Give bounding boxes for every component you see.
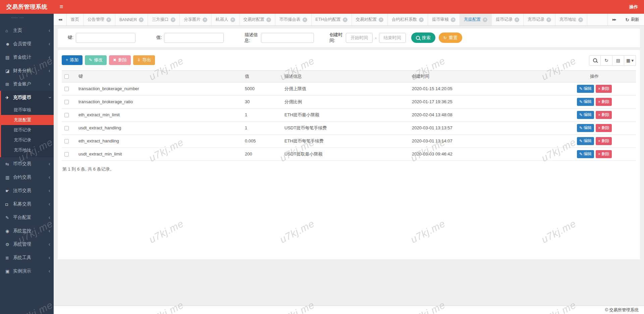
tab-withdraw-records[interactable]: 提币记录× (492, 14, 524, 25)
add-button[interactable]: +添加 (62, 55, 83, 65)
tab-close-icon[interactable]: × (578, 17, 583, 22)
chevron-left-icon: ‹ (49, 242, 50, 247)
sidebar-subitem-deposit-address[interactable]: 充币地址 (1, 145, 54, 155)
row-edit-button[interactable]: ✎编辑 (577, 124, 594, 132)
sidebar-item-label: 系统工具 (13, 255, 49, 261)
sidebar-item-system-tools[interactable]: ≣系统工具‹ (0, 251, 54, 264)
sidebar-subitem-withdraw-audit[interactable]: 提币审核 (1, 105, 54, 115)
row-checkbox[interactable] (64, 152, 69, 156)
reset-button[interactable]: ↻ 重置 (439, 33, 462, 43)
sidebar-item-private-trade[interactable]: ◘私募交易‹ (0, 197, 54, 211)
sidebar-item-system-manage[interactable]: ⚙系统管理‹ (0, 238, 54, 251)
row-checkbox[interactable] (64, 87, 69, 91)
row-checkbox[interactable] (64, 139, 69, 143)
tab-close-icon[interactable]: × (546, 17, 551, 22)
value-input[interactable] (164, 33, 224, 43)
tabs-scroll-left-button[interactable]: ◀◀ (54, 14, 67, 25)
tab-withdraw-audit[interactable]: 提币审核× (428, 14, 460, 25)
tab-close-icon[interactable]: × (303, 17, 307, 22)
sidebar-item-system-monitor[interactable]: ◉系统监控‹ (0, 224, 54, 238)
tab-close-icon[interactable]: × (515, 17, 519, 22)
sidebar-item-platform-config[interactable]: ✎平台配置‹ (0, 211, 54, 224)
tab-close-icon[interactable]: × (266, 17, 271, 22)
sidebar-item-coin-trade[interactable]: ⇆币币交易‹ (0, 157, 54, 171)
sidebar-item-finance-analysis[interactable]: ◪财务分析‹ (0, 64, 54, 77)
tab-leverage-factor[interactable]: 合约杠杆系数× (388, 14, 428, 25)
tab-close-icon[interactable]: × (139, 17, 144, 22)
tab-close-icon[interactable]: × (203, 17, 207, 22)
delete-button[interactable]: ✖删除 (109, 55, 131, 65)
tab-close-icon[interactable]: × (343, 17, 347, 22)
row-checkbox[interactable] (64, 100, 69, 104)
tab-deposit-address[interactable]: 充币地址× (555, 14, 587, 25)
row-delete-button[interactable]: ×删除 (596, 111, 612, 119)
description-input[interactable] (261, 33, 314, 43)
tabs-scroll-right-button[interactable]: ▶▶ (607, 14, 621, 25)
tab-notice-mgmt[interactable]: 公告管理× (84, 14, 115, 25)
sidebar-item-members[interactable]: ☻会员管理‹ (0, 37, 54, 51)
tab-label: 提币记录 (496, 17, 513, 22)
sidebar-item-fiat-trade[interactable]: ☛法币交易‹ (0, 184, 54, 197)
end-time-input[interactable] (379, 33, 406, 43)
tab-label: 三方接口 (152, 17, 169, 22)
tab-share-image[interactable]: 分享图片× (180, 14, 212, 25)
tab-close-icon[interactable]: × (230, 17, 235, 22)
tab-close-icon[interactable]: × (483, 17, 487, 22)
row-checkbox[interactable] (64, 113, 69, 117)
sidebar-item-home[interactable]: ⌂主页‹ (0, 24, 54, 37)
column-header-value[interactable]: 值 (242, 70, 282, 82)
column-header-key[interactable]: 键 (76, 70, 242, 82)
hamburger-menu-button[interactable]: ≡ (54, 0, 69, 14)
tab-close-icon[interactable]: × (106, 17, 111, 22)
tab-trade-pair-config-2[interactable]: 交易对配置× (352, 14, 388, 25)
tab-label: 充提配置 (464, 17, 481, 22)
table-detail-view-button[interactable]: ▤ (612, 55, 624, 66)
tab-close-icon[interactable]: × (171, 17, 175, 22)
table-refresh-button[interactable]: ↻ (601, 55, 612, 66)
row-edit-button[interactable]: ✎编辑 (577, 98, 594, 106)
modify-button[interactable]: ✎修改 (85, 55, 107, 65)
sidebar-subitem-deposit-withdraw-config[interactable]: 充提配置 (0, 115, 54, 125)
refresh-tab-button[interactable]: ↻ 刷新 (621, 14, 644, 25)
row-edit-button[interactable]: ✎编辑 (577, 137, 594, 145)
row-delete-button[interactable]: ×删除 (596, 98, 612, 106)
sidebar-subitem-withdraw-records[interactable]: 提币记录 (1, 125, 54, 135)
row-edit-button[interactable]: ✎编辑 (577, 150, 594, 158)
tab-banner[interactable]: BANNER× (115, 14, 148, 25)
tab-robot[interactable]: 机器人× (212, 14, 239, 25)
select-all-checkbox[interactable] (64, 74, 69, 79)
export-button[interactable]: ⇩导出 (133, 55, 155, 65)
sidebar-item-contract-trade[interactable]: ▥合约交易‹ (0, 171, 54, 184)
table-columns-button[interactable]: ▦▾ (624, 55, 636, 66)
table-search-toggle-button[interactable] (589, 55, 601, 66)
row-delete-button[interactable]: ×删除 (596, 137, 612, 145)
tab-close-icon[interactable]: × (379, 17, 383, 22)
tab-coin-match-table[interactable]: 币币撮合表× (275, 14, 312, 25)
sidebar-item-funds-stats[interactable]: ▤资金统计‹ (0, 51, 54, 64)
sidebar-item-funds-account[interactable]: ⊞资金账户‹ (0, 77, 54, 91)
column-header-create-time[interactable]: 创建时间 (409, 70, 553, 82)
row-delete-button[interactable]: ×删除 (596, 124, 612, 132)
row-edit-button[interactable]: ✎编辑 (577, 111, 594, 119)
sidebar-subitem-deposit-records[interactable]: 充币记录 (1, 135, 54, 145)
start-time-input[interactable] (346, 33, 373, 43)
header-action-button[interactable]: 操作 (623, 0, 644, 14)
tab-deposit-withdraw-config[interactable]: 充提配置× (460, 14, 492, 25)
tab-eth-contract-config[interactable]: ETH合约配置× (312, 14, 352, 25)
key-input[interactable] (76, 33, 136, 43)
row-edit-button[interactable]: ✎编辑 (577, 85, 594, 93)
tab-home[interactable]: 首页 (67, 14, 84, 25)
row-delete-button[interactable]: ×删除 (596, 85, 612, 93)
tab-deposit-records[interactable]: 充币记录× (524, 14, 555, 25)
search-button[interactable]: 搜索 (411, 33, 435, 43)
tab-close-icon[interactable]: × (451, 17, 455, 22)
tab-third-party[interactable]: 三方接口× (148, 14, 180, 25)
row-delete-button[interactable]: ×删除 (596, 150, 612, 158)
dots-decoration (11, 17, 17, 18)
sidebar-item-demo[interactable]: ▣实例演示‹ (0, 264, 54, 278)
column-header-description[interactable]: 描述信息 (282, 70, 409, 82)
sidebar-item-deposit-withdraw[interactable]: ✈充币提币‹ 提币审核 充提配置 提币记录 充币记录 充币地址 (0, 91, 54, 157)
tab-trade-pair-config[interactable]: 交易对配置× (239, 14, 276, 25)
row-checkbox[interactable] (64, 126, 69, 130)
tab-close-icon[interactable]: × (419, 17, 424, 22)
